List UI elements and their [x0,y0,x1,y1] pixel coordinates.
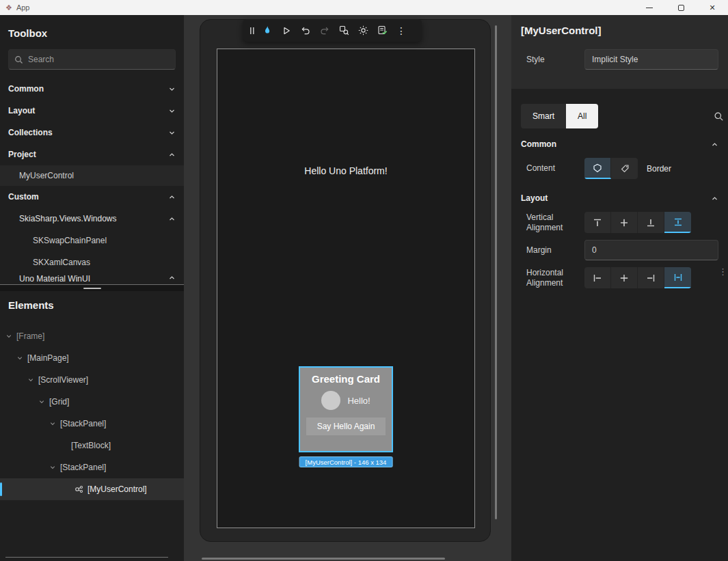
redo-button[interactable] [315,21,334,40]
more-icon[interactable]: ⋮ [718,266,727,277]
content-value: Border [647,164,671,174]
chevron-down-icon[interactable] [16,355,23,361]
toolbox-section-custom[interactable]: Custom [0,186,184,208]
usercontrol-icon [74,484,83,494]
tree-item-mainpage[interactable]: [MainPage] [0,347,184,369]
content-mode-toggle [584,158,638,179]
margin-row: Margin [511,236,728,264]
section-layout[interactable]: Layout [511,188,728,208]
tree-item-stackpanel-2[interactable]: [StackPanel] [0,456,184,478]
align-left-icon [593,273,602,283]
toolbox-group-skiasharp[interactable]: SkiaSharp.Views.Windows [0,208,184,230]
align-top-button[interactable] [584,212,611,233]
design-surface[interactable]: Hello Uno Platform! Greeting Card Hello!… [217,49,475,528]
toolbox-item-myusercontrol[interactable]: MyUserControl [0,165,184,186]
titlebar: ❖ App ✕ [0,0,728,15]
vertical-alignment-label: Vertical Alignment [521,213,584,232]
tab-all[interactable]: All [566,104,598,128]
chevron-up-icon[interactable] [168,274,176,282]
chevron-up-icon[interactable] [168,151,176,159]
panel-splitter[interactable] [0,284,184,291]
chevron-down-icon[interactable] [168,85,176,93]
tree-item-myusercontrol[interactable]: [MyUserControl] [0,478,184,500]
align-vcenter-button[interactable] [611,212,638,233]
toolbox-section-project[interactable]: Project [0,143,184,165]
properties-search-button[interactable] [714,111,724,122]
search-icon [14,55,23,64]
horizontal-alignment-row: Horizontal Alignment [511,264,728,292]
chevron-down-icon[interactable] [49,464,56,471]
style-field[interactable] [584,49,718,70]
theme-toggle-button[interactable] [353,21,373,40]
align-vstretch-button[interactable] [664,212,691,233]
toolbox-item-skswapchainpanel[interactable]: SKSwapChainPanel [0,230,184,251]
tree-item-scrollviewer[interactable]: [ScrollViewer] [0,369,184,391]
horizontal-alignment-toggle [584,267,691,288]
close-button[interactable]: ✕ [697,0,728,15]
toolbox-section-collections[interactable]: Collections [0,122,184,143]
align-hstretch-button[interactable] [664,267,691,288]
tree-item-frame[interactable]: [Frame] [0,325,184,347]
tree-item-grid[interactable]: [Grid] [0,391,184,413]
chevron-down-icon[interactable] [168,107,176,115]
hot-reload-button[interactable] [258,21,277,40]
checklist-icon [377,25,388,36]
toolbox-item-skxamlcanvas[interactable]: SKXamlCanvas [0,251,184,273]
chevron-up-icon[interactable] [168,215,176,223]
toolbox-group-uno-material[interactable]: Uno Material WinUI [0,273,184,284]
chevron-down-icon[interactable] [27,377,34,383]
card-title[interactable]: Greeting Card [306,373,386,385]
tree-item-stackpanel-1[interactable]: [StackPanel] [0,413,184,435]
toolbox-section-common[interactable]: Common [0,78,184,100]
align-vcenter-icon [619,218,629,228]
inspect-element-button[interactable] [334,21,353,40]
card-greeting-text[interactable]: Hello! [347,396,370,406]
sidebar-bottom-splitter[interactable] [5,557,168,558]
content-tag-toggle[interactable] [611,158,638,179]
inspect-icon [339,25,349,36]
card-ellipse[interactable] [321,391,340,410]
search-input[interactable] [28,55,170,64]
toolbox-section-layout[interactable]: Layout [0,100,184,122]
play-icon [282,26,291,36]
maximize-icon [678,5,684,11]
toolbar-drag-handle[interactable] [247,27,258,35]
horizontal-alignment-label: Horizontal Alignment [521,268,584,288]
align-left-button[interactable] [584,267,611,288]
maximize-button[interactable] [665,0,697,15]
margin-field[interactable] [584,240,718,260]
align-hcenter-button[interactable] [611,267,638,288]
undo-button[interactable] [296,21,315,40]
align-right-button[interactable] [638,267,664,288]
chevron-down-icon[interactable] [5,333,12,340]
horizontal-scrollbar[interactable] [202,558,445,560]
tree-item-textblock[interactable]: [TextBlock] [0,435,184,456]
undo-icon [301,26,310,36]
vertical-scrollbar[interactable] [495,25,497,519]
toolbar-more-button[interactable]: ⋮ [392,21,411,40]
selected-usercontrol[interactable]: Greeting Card Hello! Say Hello Again [299,366,393,452]
chevron-up-icon[interactable] [711,195,718,202]
validate-button[interactable] [373,21,392,40]
tab-smart[interactable]: Smart [521,104,566,128]
toolbox-search[interactable] [8,49,176,70]
chevron-up-icon[interactable] [168,193,176,201]
align-hcenter-icon [619,273,629,283]
chevron-down-icon[interactable] [168,129,176,137]
align-right-icon [646,273,656,283]
redo-icon [320,26,329,36]
play-button[interactable] [277,21,296,40]
splitter-grip[interactable] [83,288,101,289]
content-element-toggle[interactable] [584,158,611,179]
chevron-down-icon[interactable] [49,420,56,427]
minimize-button[interactable] [634,0,665,15]
design-canvas-area: Hello Uno Platform! Greeting Card Hello!… [184,15,511,561]
align-bottom-button[interactable] [638,212,664,233]
chevron-up-icon[interactable] [711,141,718,148]
canvas-textblock[interactable]: Hello Uno Platform! [217,165,474,176]
card-button[interactable]: Say Hello Again [306,418,386,435]
sun-icon [358,25,368,36]
chevron-down-icon[interactable] [38,398,45,405]
section-common[interactable]: Common [511,134,728,154]
toolbox-title: Toolbox [0,15,184,49]
